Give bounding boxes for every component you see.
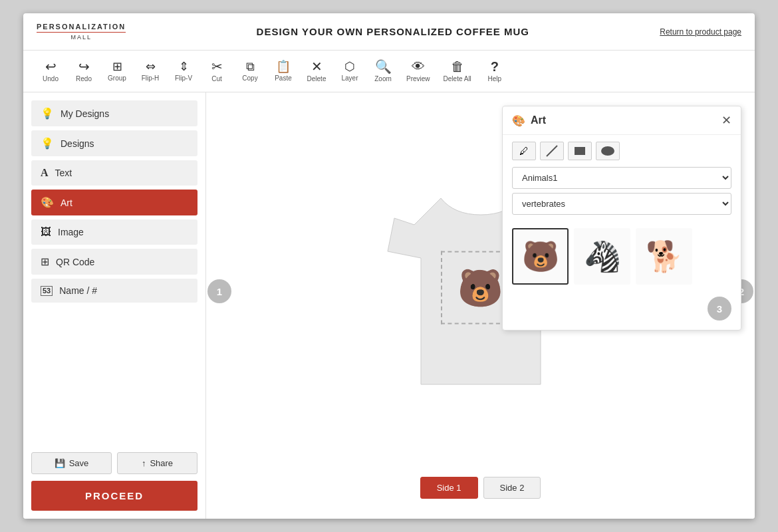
flip-v-label: Flip-V (175, 74, 192, 82)
side-tabs: Side 1 Side 2 (420, 477, 541, 505)
delete-all-button[interactable]: 🗑 Delete All (437, 56, 478, 86)
cut-button[interactable]: ✂ Cut (200, 56, 233, 86)
app-container: PERSONALIZATION MALL DESIGN YOUR OWN PER… (23, 13, 755, 519)
share-label: Share (150, 458, 173, 468)
cut-icon: ✂ (211, 60, 223, 73)
layer-label: Layer (341, 74, 358, 82)
flip-h-label: Flip-H (142, 74, 160, 82)
art-panel: 🎨 Art ✕ 🖊 (502, 106, 741, 331)
designs-icon: 💡 (41, 137, 54, 150)
side2-tab[interactable]: Side 2 (483, 477, 541, 499)
ellipse-icon (600, 144, 616, 158)
preview-label: Preview (406, 75, 430, 82)
paste-button[interactable]: 📋 Paste (267, 57, 300, 86)
help-icon: ? (491, 60, 499, 73)
image-label: Image (58, 227, 84, 237)
redo-button[interactable]: ↪ Redo (67, 56, 100, 86)
art-panel-title-text: Art (531, 114, 546, 126)
sidebar-action-buttons: 💾 Save ↑ Share (31, 452, 197, 474)
art-image-bear[interactable]: 🐻 (512, 228, 569, 285)
sidebar-item-name[interactable]: 53 Name / # (31, 279, 197, 303)
art-tools-bar: 🖊 (503, 135, 741, 167)
share-icon: ↑ (142, 458, 146, 468)
svg-point-2 (601, 146, 614, 156)
logo: PERSONALIZATION MALL (37, 23, 126, 41)
group-label: Group (108, 74, 126, 82)
help-button[interactable]: ? Help (478, 56, 511, 86)
delete-button[interactable]: ✕ Delete (300, 56, 333, 86)
flip-h-button[interactable]: ⇔ Flip-H (134, 57, 167, 86)
name-icon: 53 (41, 286, 53, 296)
save-label: Save (69, 458, 89, 468)
toolbar: ↩ Undo ↪ Redo ⊞ Group ⇔ Flip-H ⇕ Flip-V … (23, 51, 755, 92)
rectangle-tool[interactable] (568, 142, 592, 160)
save-icon: 💾 (55, 458, 65, 468)
art-image-dog[interactable]: 🐕 (636, 228, 692, 285)
badge-1: 1 (207, 279, 231, 303)
group-button[interactable]: ⊞ Group (100, 57, 134, 86)
dog-emoji: 🐕 (646, 239, 683, 274)
line-tool[interactable] (540, 142, 564, 160)
help-label: Help (488, 75, 502, 82)
side1-tab[interactable]: Side 1 (420, 477, 478, 499)
art-icon: 🎨 (41, 196, 54, 209)
art-label: Art (61, 198, 72, 208)
ellipse-tool[interactable] (596, 142, 620, 160)
top-bar: PERSONALIZATION MALL DESIGN YOUR OWN PER… (23, 13, 755, 51)
eyedropper-tool[interactable]: 🖊 (512, 142, 536, 160)
undo-icon: ↩ (45, 60, 57, 73)
share-button[interactable]: ↑ Share (117, 452, 197, 474)
sidebar-item-designs[interactable]: 💡 Designs (31, 130, 197, 156)
text-icon: A (41, 167, 49, 179)
sidebar-item-my-designs[interactable]: 💡 My Designs (31, 100, 197, 126)
text-label: Text (55, 168, 72, 178)
copy-button[interactable]: ⧉ Copy (233, 57, 267, 86)
page-title: DESIGN YOUR OWN PERSONALIZED COFFEE MUG (126, 26, 660, 37)
subcategory-select[interactable]: vertebrates invertebrates birds reptiles (512, 193, 731, 215)
save-button[interactable]: 💾 Save (31, 452, 112, 474)
art-panel-title: 🎨 Art (512, 114, 546, 127)
svg-rect-1 (575, 147, 585, 155)
flip-v-button[interactable]: ⇕ Flip-V (167, 57, 200, 86)
qr-code-label: QR Code (56, 257, 94, 267)
rectangle-icon (573, 144, 586, 158)
my-designs-label: My Designs (61, 108, 109, 119)
preview-button[interactable]: 👁 Preview (400, 56, 437, 86)
art-panel-title-icon: 🎨 (512, 114, 525, 127)
cut-label: Cut (211, 75, 222, 82)
image-icon: 🖼 (41, 226, 51, 238)
logo-line (37, 32, 126, 33)
layer-button[interactable]: ⬡ Layer (333, 57, 366, 86)
name-label: Name / # (59, 285, 97, 296)
sidebar: 💡 My Designs 💡 Designs A Text 🎨 Art 🖼 Im… (23, 92, 206, 519)
sidebar-item-text[interactable]: A Text (31, 160, 197, 186)
paste-icon: 📋 (276, 61, 291, 72)
canvas-area: 1 🐻 i 2 (206, 92, 755, 519)
logo-bottom: MALL (70, 34, 92, 41)
undo-label: Undo (43, 75, 59, 82)
flip-v-icon: ⇕ (179, 61, 189, 72)
category-select[interactable]: Animals1 Animals2 Nature Sports Food (512, 167, 731, 189)
bear-emoji: 🐻 (522, 239, 559, 274)
bear-art: 🐻 (457, 269, 503, 306)
badge-3: 3 (708, 297, 731, 321)
zoom-button[interactable]: 🔍 Zoom (366, 56, 400, 86)
sidebar-item-art[interactable]: 🎨 Art (31, 190, 197, 215)
art-image-zebra[interactable]: 🦓 (574, 228, 630, 285)
logo-top: PERSONALIZATION (37, 23, 126, 31)
delete-all-label: Delete All (444, 75, 471, 82)
sidebar-item-qr-code[interactable]: ⊞ QR Code (31, 249, 197, 275)
my-designs-icon: 💡 (41, 107, 54, 120)
flip-h-icon: ⇔ (146, 61, 156, 72)
sidebar-item-image[interactable]: 🖼 Image (31, 219, 197, 245)
proceed-button[interactable]: PROCEED (31, 481, 197, 511)
zoom-label: Zoom (374, 75, 392, 82)
preview-icon: 👁 (412, 60, 425, 73)
delete-label: Delete (307, 75, 326, 82)
return-to-product-link[interactable]: Return to product page (660, 27, 741, 37)
paste-label: Paste (275, 74, 292, 82)
art-panel-close-button[interactable]: ✕ (721, 113, 731, 128)
product-canvas: 1 🐻 i 2 (219, 106, 741, 477)
undo-button[interactable]: ↩ Undo (34, 56, 67, 86)
main-content: 💡 My Designs 💡 Designs A Text 🎨 Art 🖼 Im… (23, 92, 755, 519)
